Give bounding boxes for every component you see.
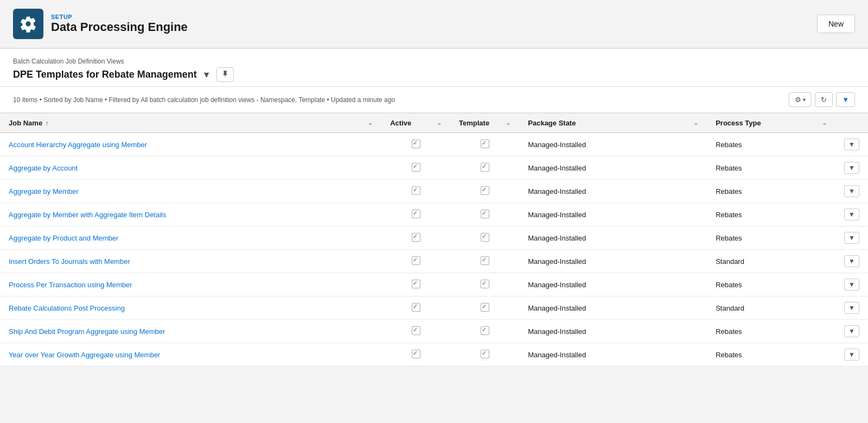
data-table: Job Name ↑ ⌄ Active ⌄ Template ⌄ <box>0 113 868 367</box>
page-title: Data Processing Engine <box>51 20 188 34</box>
col-packagestate-arrow[interactable]: ⌄ <box>693 119 698 127</box>
packagestate-cell: Managed-Installed <box>519 250 707 273</box>
view-title-dropdown-icon[interactable]: ▼ <box>202 70 211 80</box>
template-cell <box>450 296 519 320</box>
table-controls: 10 items • Sorted by Job Name • Filtered… <box>0 87 868 113</box>
processtype-cell: Rebates <box>707 273 835 296</box>
col-jobname-arrow[interactable]: ⌄ <box>368 119 373 127</box>
processtype-cell: Rebates <box>707 343 835 367</box>
col-header-action <box>835 113 868 133</box>
col-header-jobname[interactable]: Job Name ↑ ⌄ <box>0 113 381 133</box>
table-actions: ⚙ ▾ ↻ ▼ <box>789 92 855 107</box>
processtype-cell: Rebates <box>707 133 835 156</box>
active-cell <box>381 320 450 343</box>
table-row: Aggregate by AccountManaged-InstalledReb… <box>0 156 868 180</box>
template-cell <box>450 156 519 180</box>
row-action-button[interactable]: ▼ <box>844 325 859 337</box>
template-checkbox <box>481 280 489 288</box>
processtype-cell: Rebates <box>707 320 835 343</box>
row-action-button[interactable]: ▼ <box>844 255 859 267</box>
job-name-link[interactable]: Insert Orders To Journals with Member <box>9 257 130 266</box>
template-cell <box>450 203 519 226</box>
job-name-link[interactable]: Account Hierarchy Aggregate using Member <box>9 141 147 149</box>
new-button[interactable]: New <box>817 15 855 33</box>
active-checkbox <box>412 186 420 195</box>
col-header-packagestate[interactable]: Package State ⌄ <box>519 113 707 133</box>
active-checkbox <box>412 140 420 148</box>
col-template-arrow[interactable]: ⌄ <box>506 119 510 127</box>
filter-button[interactable]: ▼ <box>836 92 855 107</box>
table-row: Account Hierarchy Aggregate using Member… <box>0 133 868 156</box>
table-row: Rebate Calculations Post ProcessingManag… <box>0 296 868 320</box>
row-action-cell: ▼ <box>835 203 868 226</box>
col-active-arrow[interactable]: ⌄ <box>437 119 442 127</box>
job-name-link[interactable]: Aggregate by Account <box>9 164 78 172</box>
template-checkbox <box>481 256 489 265</box>
col-header-active[interactable]: Active ⌄ <box>381 113 450 133</box>
row-action-button[interactable]: ▼ <box>844 209 859 220</box>
active-cell <box>381 273 450 296</box>
template-checkbox <box>481 233 489 242</box>
col-header-processtype[interactable]: Process Type ⌄ <box>707 113 835 133</box>
refresh-button[interactable]: ↻ <box>815 92 833 107</box>
settings-button[interactable]: ⚙ ▾ <box>789 92 812 107</box>
breadcrumb: Batch Calculation Job Definition Views <box>13 58 855 65</box>
col-header-template[interactable]: Template ⌄ <box>450 113 519 133</box>
view-title: DPE Templates for Rebate Management <box>13 69 197 80</box>
col-template-label: Template <box>459 119 489 127</box>
view-header: Batch Calculation Job Definition Views D… <box>0 49 868 87</box>
template-checkbox <box>481 140 489 148</box>
row-action-button[interactable]: ▼ <box>844 349 859 361</box>
job-name-link[interactable]: Rebate Calculations Post Processing <box>9 304 125 312</box>
row-action-button[interactable]: ▼ <box>844 138 859 150</box>
packagestate-cell: Managed-Installed <box>519 133 707 156</box>
packagestate-cell: Managed-Installed <box>519 180 707 203</box>
job-name-link[interactable]: Aggregate by Member with Aggregate Item … <box>9 211 166 219</box>
job-name-link[interactable]: Year over Year Growth Aggregate using Me… <box>9 351 160 359</box>
col-packagestate-label: Package State <box>528 119 576 127</box>
active-cell <box>381 133 450 156</box>
table-row: Aggregate by MemberManaged-InstalledReba… <box>0 180 868 203</box>
pin-button[interactable] <box>216 67 234 82</box>
col-processtype-arrow[interactable]: ⌄ <box>822 119 827 127</box>
settings-icon: ⚙ <box>795 96 801 104</box>
job-name-link[interactable]: Aggregate by Member <box>9 187 79 195</box>
template-checkbox <box>481 186 489 195</box>
table-body: Account Hierarchy Aggregate using Member… <box>0 133 868 367</box>
processtype-cell: Standard <box>707 250 835 273</box>
table-row: Aggregate by Product and MemberManaged-I… <box>0 226 868 250</box>
active-checkbox <box>412 303 420 312</box>
processtype-cell: Rebates <box>707 226 835 250</box>
active-checkbox <box>412 233 420 242</box>
active-cell <box>381 180 450 203</box>
row-action-button[interactable]: ▼ <box>844 185 859 197</box>
active-checkbox <box>412 280 420 288</box>
setup-label: SETUP <box>51 14 188 20</box>
header-left: SETUP Data Processing Engine <box>13 9 188 39</box>
job-name-link[interactable]: Aggregate by Product and Member <box>9 234 118 242</box>
packagestate-cell: Managed-Installed <box>519 296 707 320</box>
packagestate-cell: Managed-Installed <box>519 156 707 180</box>
row-action-button[interactable]: ▼ <box>844 302 859 314</box>
template-cell <box>450 226 519 250</box>
sort-icon-jobname: ↑ <box>45 119 48 127</box>
col-active-label: Active <box>390 119 411 127</box>
processtype-cell: Rebates <box>707 180 835 203</box>
job-name-link[interactable]: Ship And Debit Program Aggregate using M… <box>9 327 165 336</box>
row-action-button[interactable]: ▼ <box>844 232 859 244</box>
processtype-cell: Rebates <box>707 156 835 180</box>
template-checkbox <box>481 163 489 172</box>
row-action-button[interactable]: ▼ <box>844 279 859 291</box>
packagestate-cell: Managed-Installed <box>519 203 707 226</box>
col-processtype-label: Process Type <box>716 119 761 127</box>
active-checkbox <box>412 326 420 335</box>
row-action-button[interactable]: ▼ <box>844 162 859 174</box>
template-cell <box>450 180 519 203</box>
processtype-cell: Rebates <box>707 203 835 226</box>
table-row: Ship And Debit Program Aggregate using M… <box>0 320 868 343</box>
row-action-cell: ▼ <box>835 273 868 296</box>
active-cell <box>381 226 450 250</box>
template-cell <box>450 250 519 273</box>
job-name-link[interactable]: Process Per Transaction using Member <box>9 281 132 289</box>
active-checkbox <box>412 350 420 358</box>
